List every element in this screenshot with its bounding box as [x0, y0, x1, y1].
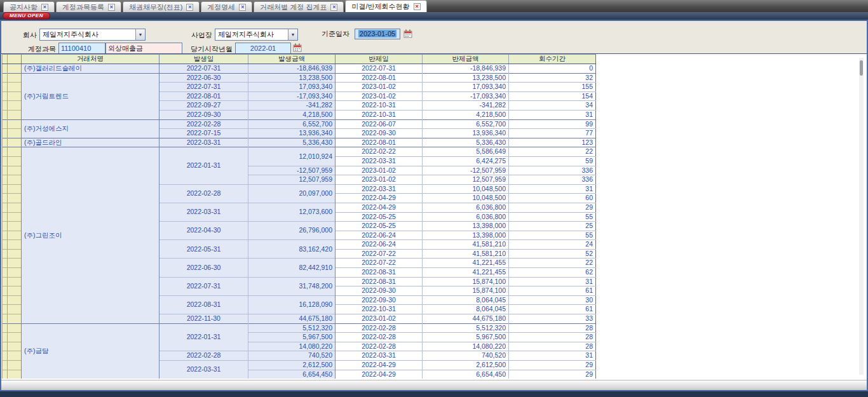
- collect-days-cell[interactable]: 154: [509, 91, 596, 101]
- customer-cell[interactable]: (주)그린조이: [22, 147, 159, 323]
- occur-amount-cell[interactable]: 2,612,500: [248, 361, 336, 370]
- row-selector[interactable]: [3, 110, 8, 119]
- occur-date-cell[interactable]: 2022-11-30: [159, 314, 248, 324]
- vertical-scrollbar[interactable]: [859, 58, 864, 375]
- occur-amount-cell[interactable]: -18,846,939: [248, 64, 336, 74]
- settle-amount-cell[interactable]: 13,238,500: [423, 73, 509, 83]
- tab-account-registration[interactable]: 계정과목등록 ×: [56, 1, 121, 12]
- settle-date-cell[interactable]: 2023-01-02: [336, 314, 423, 324]
- occur-amount-cell[interactable]: 6,654,450: [248, 370, 336, 379]
- settle-date-cell[interactable]: 2022-06-07: [336, 119, 423, 129]
- settle-date-cell[interactable]: 2022-03-31: [336, 184, 423, 194]
- site-select[interactable]: 제일저지주식회사 ▼: [215, 29, 298, 41]
- settle-amount-cell[interactable]: 740,520: [423, 351, 509, 361]
- row-selector[interactable]: [3, 175, 8, 185]
- collect-days-cell[interactable]: 77: [509, 129, 596, 138]
- account-name-field[interactable]: 외상매출금: [105, 43, 182, 54]
- row-indicator[interactable]: [8, 129, 22, 138]
- occur-date-cell[interactable]: 2022-09-27: [159, 101, 248, 111]
- settle-amount-cell[interactable]: 44,675,180: [423, 314, 509, 324]
- settle-amount-cell[interactable]: -18,846,939: [423, 64, 509, 74]
- settle-date-cell[interactable]: 2022-07-22: [336, 259, 423, 268]
- settle-date-cell[interactable]: 2022-08-01: [336, 73, 423, 83]
- row-selector[interactable]: [3, 342, 8, 351]
- collect-days-cell[interactable]: 29: [509, 361, 596, 370]
- customer-cell[interactable]: (주)거림트렌드: [22, 73, 159, 119]
- settle-amount-cell[interactable]: -17,093,340: [423, 91, 509, 101]
- collect-days-cell[interactable]: 28: [509, 323, 596, 333]
- settle-date-cell[interactable]: 2022-05-25: [336, 212, 423, 222]
- collect-days-cell[interactable]: 52: [509, 249, 596, 259]
- occur-amount-cell[interactable]: 44,675,180: [248, 314, 336, 324]
- row-selector[interactable]: [3, 268, 8, 278]
- row-selector[interactable]: [3, 333, 8, 342]
- occur-date-cell[interactable]: 2022-03-31: [159, 361, 248, 379]
- settle-amount-cell[interactable]: 6,036,800: [423, 203, 509, 212]
- occur-amount-cell[interactable]: -17,093,340: [248, 91, 336, 101]
- occur-amount-cell[interactable]: 13,936,340: [248, 129, 336, 138]
- settle-date-cell[interactable]: 2022-02-28: [336, 323, 423, 333]
- scrollbar-thumb[interactable]: [860, 60, 863, 76]
- settle-amount-cell[interactable]: 41,581,210: [423, 240, 509, 250]
- collect-days-cell[interactable]: 29: [509, 203, 596, 212]
- occur-amount-cell[interactable]: 20,097,000: [248, 184, 336, 203]
- row-indicator[interactable]: [8, 314, 22, 324]
- row-indicator[interactable]: [8, 110, 22, 119]
- occur-amount-cell[interactable]: 17,093,340: [248, 83, 336, 92]
- row-selector[interactable]: [3, 305, 8, 314]
- header-collect-days[interactable]: 회수기간: [509, 55, 596, 64]
- grid-row[interactable]: (주)금담2022-01-315,512,3202022-02-285,512,…: [3, 323, 596, 333]
- settle-amount-cell[interactable]: 8,064,045: [423, 305, 509, 314]
- occur-amount-cell[interactable]: 31,748,200: [248, 277, 336, 295]
- settle-date-cell[interactable]: 2022-07-22: [336, 249, 423, 259]
- close-icon[interactable]: ×: [108, 4, 115, 11]
- close-icon[interactable]: ×: [414, 3, 421, 10]
- collect-days-cell[interactable]: 25: [509, 222, 596, 231]
- header-settle-date[interactable]: 반제일: [336, 55, 423, 64]
- settle-date-cell[interactable]: 2022-08-01: [336, 138, 423, 147]
- occur-amount-cell[interactable]: 6,552,700: [248, 119, 336, 129]
- customer-cell[interactable]: (주)거성에스지: [22, 119, 159, 138]
- collect-days-cell[interactable]: 22: [509, 147, 596, 157]
- settle-date-cell[interactable]: 2023-01-02: [336, 83, 423, 92]
- calendar-icon[interactable]: [403, 29, 412, 38]
- settle-amount-cell[interactable]: 4,218,500: [423, 110, 509, 119]
- collect-days-cell[interactable]: 62: [509, 268, 596, 278]
- tab-account-detail[interactable]: 계정명세 ×: [201, 1, 252, 12]
- grid-row[interactable]: (주)거성에스지2022-02-286,552,7002022-06-076,5…: [3, 119, 596, 129]
- collect-days-cell[interactable]: 31: [509, 351, 596, 361]
- row-indicator[interactable]: [8, 259, 22, 268]
- settle-amount-cell[interactable]: 41,581,210: [423, 249, 509, 259]
- row-indicator-header[interactable]: [8, 55, 22, 64]
- settle-date-cell[interactable]: 2022-09-30: [336, 295, 423, 305]
- row-indicator-header[interactable]: [3, 55, 8, 64]
- row-selector[interactable]: [3, 286, 8, 296]
- grid-row[interactable]: (주)갤러리드슬레이2022-07-31-18,846,9392022-07-3…: [3, 64, 596, 74]
- occur-amount-cell[interactable]: 12,073,600: [248, 203, 336, 221]
- row-selector[interactable]: [3, 73, 8, 83]
- settle-amount-cell[interactable]: 5,586,649: [423, 147, 509, 157]
- settle-amount-cell[interactable]: 8,064,045: [423, 295, 509, 305]
- collect-days-cell[interactable]: 155: [509, 83, 596, 92]
- customer-cell[interactable]: (주)갤러리드슬레이: [22, 64, 159, 74]
- settle-date-cell[interactable]: 2022-10-31: [336, 305, 423, 314]
- company-select[interactable]: 제일저지주식회사 ▼: [39, 29, 146, 41]
- row-indicator[interactable]: [8, 222, 22, 231]
- row-selector[interactable]: [3, 64, 8, 74]
- close-icon[interactable]: ×: [330, 4, 337, 11]
- settle-amount-cell[interactable]: 15,874,100: [423, 277, 509, 286]
- settle-amount-cell[interactable]: 14,080,220: [423, 342, 509, 351]
- row-indicator[interactable]: [8, 119, 22, 129]
- occur-amount-cell[interactable]: 4,218,500: [248, 110, 336, 119]
- occur-amount-cell[interactable]: 5,512,320: [248, 323, 336, 333]
- row-selector[interactable]: [3, 370, 8, 379]
- row-selector[interactable]: [3, 259, 8, 268]
- row-indicator[interactable]: [8, 351, 22, 361]
- settle-date-cell[interactable]: 2022-03-31: [336, 156, 423, 166]
- occur-date-cell[interactable]: 2022-06-30: [159, 73, 248, 83]
- calendar-icon[interactable]: [293, 43, 302, 52]
- row-selector[interactable]: [3, 351, 8, 361]
- settle-date-cell[interactable]: 2022-04-29: [336, 194, 423, 203]
- collect-days-cell[interactable]: 0: [509, 64, 596, 74]
- collect-days-cell[interactable]: 61: [509, 286, 596, 296]
